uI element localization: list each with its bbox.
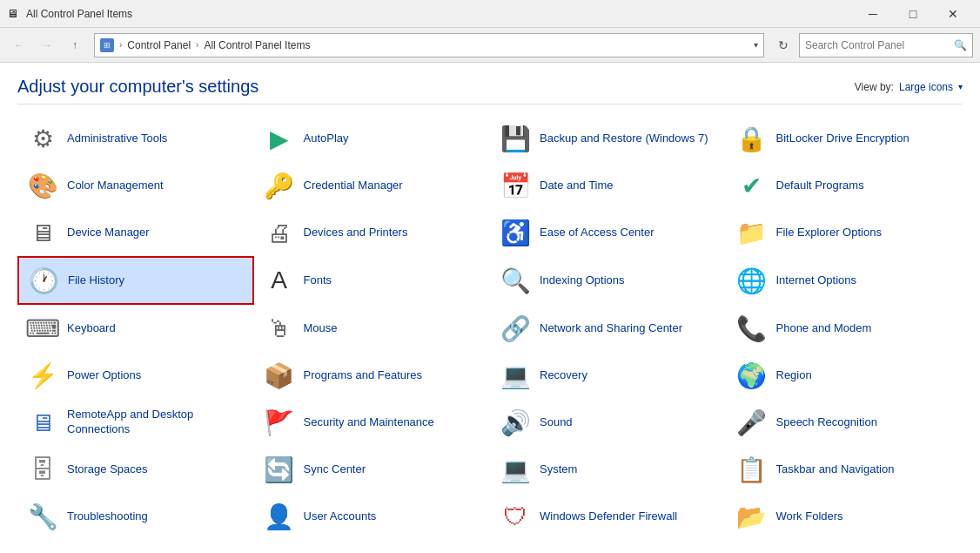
sound-icon: 🔊 <box>500 407 531 438</box>
title-bar-left: 🖥 All Control Panel Items <box>7 7 132 21</box>
item-credential-mgr[interactable]: 🔑Credential Manager <box>254 162 491 209</box>
color-mgmt-icon: 🎨 <box>27 170 58 201</box>
security-maintenance-label: Security and Maintenance <box>304 415 434 430</box>
minimize-button[interactable]: ─ <box>853 0 893 28</box>
devices-printers-label: Devices and Printers <box>304 226 408 240</box>
item-user-accounts[interactable]: 👤User Accounts <box>254 493 491 540</box>
sync-center-label: Sync Center <box>304 462 366 477</box>
address-chevron-2: › <box>196 40 198 50</box>
items-grid: ⚙Administrative Tools▶AutoPlay💾Backup an… <box>17 115 963 540</box>
address-dropdown-icon[interactable]: ▾ <box>754 40 758 50</box>
address-chevron-1: › <box>119 40 122 50</box>
region-icon: 🌍 <box>736 360 768 391</box>
window-controls: ─ □ ✕ <box>853 0 973 28</box>
item-speech-recognition[interactable]: 🎤Speech Recognition <box>727 399 963 446</box>
autoplay-icon: ▶ <box>264 123 295 154</box>
security-maintenance-icon: 🚩 <box>264 407 295 438</box>
item-network-sharing[interactable]: 🔗Network and Sharing Center <box>490 305 727 352</box>
item-remoteapp[interactable]: 🖥RemoteApp and Desktop Connections <box>17 399 254 446</box>
taskbar-nav-label: Taskbar and Navigation <box>776 462 895 477</box>
storage-spaces-label: Storage Spaces <box>67 462 148 477</box>
admin-tools-icon: ⚙ <box>27 123 58 154</box>
item-region[interactable]: 🌍Region <box>727 352 963 399</box>
item-internet-opts[interactable]: 🌐Internet Options <box>727 256 963 305</box>
item-bitlocker[interactable]: 🔒BitLocker Drive Encryption <box>727 115 963 162</box>
mouse-icon: 🖱 <box>264 313 295 344</box>
item-color-mgmt[interactable]: 🎨Color Management <box>17 162 254 209</box>
close-button[interactable]: ✕ <box>933 0 973 28</box>
app-icon: 🖥 <box>7 7 21 21</box>
item-device-mgr[interactable]: 🖥Device Manager <box>17 209 254 256</box>
item-security-maintenance[interactable]: 🚩Security and Maintenance <box>254 399 491 446</box>
datetime-icon: 📅 <box>500 170 531 201</box>
work-folders-label: Work Folders <box>776 509 843 524</box>
item-admin-tools[interactable]: ⚙Administrative Tools <box>17 115 254 162</box>
item-recovery[interactable]: 💻Recovery <box>490 352 727 399</box>
item-devices-printers[interactable]: 🖨Devices and Printers <box>254 209 491 256</box>
back-button[interactable]: ← <box>7 33 31 57</box>
default-programs-icon: ✔ <box>736 170 768 201</box>
item-troubleshooting[interactable]: 🔧Troubleshooting <box>17 493 254 540</box>
item-indexing-opts[interactable]: 🔍Indexing Options <box>490 256 727 305</box>
power-opts-label: Power Options <box>67 368 141 383</box>
maximize-button[interactable]: □ <box>893 0 933 28</box>
item-power-opts[interactable]: ⚡Power Options <box>17 352 254 399</box>
item-sound[interactable]: 🔊Sound <box>490 399 727 446</box>
search-input[interactable] <box>805 39 954 51</box>
item-autoplay[interactable]: ▶AutoPlay <box>254 115 491 162</box>
file-explorer-opts-icon: 📁 <box>736 217 768 248</box>
mouse-label: Mouse <box>304 321 338 336</box>
item-file-history[interactable]: 🕐File History <box>17 256 254 305</box>
item-default-programs[interactable]: ✔Default Programs <box>727 162 963 209</box>
remoteapp-label: RemoteApp and Desktop Connections <box>67 408 245 437</box>
color-mgmt-label: Color Management <box>67 179 164 193</box>
refresh-button[interactable]: ↻ <box>771 33 795 57</box>
view-by-control: View by: Large icons ▾ <box>855 81 963 93</box>
item-taskbar-nav[interactable]: 📋Taskbar and Navigation <box>727 446 963 493</box>
taskbar-nav-icon: 📋 <box>736 454 768 485</box>
bitlocker-icon: 🔒 <box>736 123 768 154</box>
address-bar[interactable]: ⊞ › Control Panel › All Control Panel It… <box>94 33 764 57</box>
region-label: Region <box>776 368 812 383</box>
item-file-explorer-opts[interactable]: 📁File Explorer Options <box>727 209 963 256</box>
view-by-chevron-icon[interactable]: ▾ <box>958 82 963 91</box>
user-accounts-label: User Accounts <box>304 509 377 524</box>
item-fonts[interactable]: AFonts <box>254 256 491 305</box>
network-sharing-label: Network and Sharing Center <box>540 321 682 336</box>
windows-defender-icon: 🛡 <box>500 501 531 532</box>
item-sync-center[interactable]: 🔄Sync Center <box>254 446 491 493</box>
item-storage-spaces[interactable]: 🗄Storage Spaces <box>17 446 254 493</box>
recovery-label: Recovery <box>540 368 587 383</box>
item-system[interactable]: 💻System <box>490 446 727 493</box>
device-mgr-icon: 🖥 <box>27 217 58 248</box>
item-datetime[interactable]: 📅Date and Time <box>490 162 727 209</box>
item-keyboard[interactable]: ⌨Keyboard <box>17 305 254 352</box>
phone-modem-label: Phone and Modem <box>776 321 872 336</box>
item-mouse[interactable]: 🖱Mouse <box>254 305 491 352</box>
credential-mgr-label: Credential Manager <box>304 179 403 193</box>
sound-label: Sound <box>540 415 573 430</box>
keyboard-label: Keyboard <box>67 321 116 336</box>
main-header: Adjust your computer's settings View by:… <box>17 77 963 105</box>
search-bar[interactable]: 🔍 <box>799 33 973 57</box>
fonts-icon: A <box>264 265 295 296</box>
address-bar-icon: ⊞ <box>100 38 114 52</box>
item-backup-restore[interactable]: 💾Backup and Restore (Windows 7) <box>490 115 727 162</box>
item-programs-features[interactable]: 📦Programs and Features <box>254 352 491 399</box>
file-history-label: File History <box>68 273 124 288</box>
item-phone-modem[interactable]: 📞Phone and Modem <box>727 305 963 352</box>
troubleshooting-icon: 🔧 <box>27 501 58 532</box>
remoteapp-icon: 🖥 <box>27 407 58 438</box>
item-ease-access[interactable]: ♿Ease of Access Center <box>490 209 727 256</box>
speech-recognition-icon: 🎤 <box>736 407 768 438</box>
file-history-icon: 🕐 <box>28 265 59 296</box>
up-button[interactable]: ↑ <box>63 33 87 57</box>
forward-button[interactable]: → <box>35 33 59 57</box>
internet-opts-label: Internet Options <box>776 273 857 288</box>
file-explorer-opts-label: File Explorer Options <box>776 226 882 240</box>
item-work-folders[interactable]: 📂Work Folders <box>727 493 963 540</box>
address-part-1: Control Panel <box>127 39 191 51</box>
item-windows-defender[interactable]: 🛡Windows Defender Firewall <box>490 493 727 540</box>
view-by-value[interactable]: Large icons <box>899 81 953 93</box>
system-icon: 💻 <box>500 454 531 485</box>
